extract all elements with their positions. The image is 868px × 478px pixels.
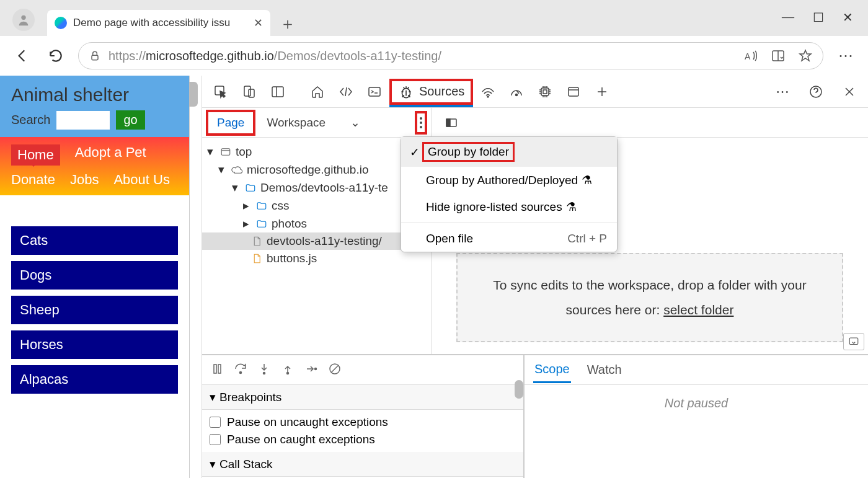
browser-tab[interactable]: Demo page with accessibility issu ✕: [47, 10, 270, 36]
tree-folder-demos[interactable]: Demos/devtools-a11y-te: [202, 179, 431, 197]
performance-tab-icon[interactable]: [503, 78, 530, 105]
category-dogs[interactable]: Dogs: [11, 261, 178, 290]
workspace-tab[interactable]: Workspace ⌄: [258, 112, 369, 133]
sources-tab[interactable]: Sources: [389, 79, 473, 105]
dock-icon[interactable]: [264, 78, 291, 105]
navigator-more-button[interactable]: [415, 111, 427, 135]
read-aloud-icon[interactable]: A: [743, 48, 758, 63]
deactivate-breakpoints-button[interactable]: [327, 361, 342, 379]
nav-adopt[interactable]: Adopt a Pet: [75, 144, 146, 166]
svg-rect-13: [541, 88, 549, 95]
search-input[interactable]: [56, 111, 110, 130]
svg-rect-9: [369, 87, 380, 96]
more-tabs-button[interactable]: [588, 78, 616, 105]
debugger-left-pane: ▾Breakpoints Pause on uncaught exception…: [202, 355, 525, 478]
tab-close-button[interactable]: ✕: [254, 16, 263, 30]
search-go-button[interactable]: go: [116, 110, 144, 130]
select-folder-link[interactable]: select folder: [663, 303, 733, 317]
nav-jobs[interactable]: Jobs: [70, 172, 99, 188]
network-tab-icon[interactable]: [474, 78, 502, 105]
pause-button[interactable]: [210, 361, 224, 379]
close-window-button[interactable]: ✕: [843, 10, 853, 25]
show-navigator-icon[interactable]: [438, 109, 465, 136]
maximize-button[interactable]: ☐: [813, 10, 824, 25]
back-button[interactable]: [11, 45, 33, 67]
minimize-button[interactable]: —: [782, 10, 794, 25]
page-tab[interactable]: Page: [206, 110, 255, 136]
toggle-drawer-icon[interactable]: [843, 333, 864, 350]
scope-tab[interactable]: Scope: [533, 357, 571, 383]
pause-caught-checkbox[interactable]: [210, 434, 221, 445]
reader-icon[interactable]: [771, 48, 786, 63]
svg-line-32: [331, 365, 339, 373]
flask-icon: ⚗: [566, 200, 577, 214]
category-list: Cats Dogs Sheep Horses Alpacas: [0, 195, 189, 394]
refresh-button[interactable]: [45, 45, 67, 67]
svg-rect-15: [569, 87, 578, 96]
console-tab-icon[interactable]: [361, 78, 388, 105]
address-bar[interactable]: https://microsoftedge.github.io/Demos/de…: [78, 42, 823, 69]
svg-point-11: [487, 96, 489, 97]
nav-about[interactable]: About Us: [113, 172, 170, 188]
step-out-button[interactable]: [280, 361, 295, 379]
profile-button[interactable]: [12, 9, 35, 31]
category-alpacas[interactable]: Alpacas: [11, 365, 178, 394]
device-icon[interactable]: [236, 78, 263, 105]
svg-rect-20: [221, 148, 230, 155]
devtools-panel: Sources ⋯ Page Workspace: [202, 76, 868, 478]
favorite-icon[interactable]: [798, 48, 813, 63]
category-horses[interactable]: Horses: [11, 330, 178, 359]
menu-hide-ignore-listed[interactable]: Hide ignore-listed sources⚗: [401, 193, 617, 220]
svg-point-28: [264, 372, 265, 374]
step-into-button[interactable]: [257, 361, 272, 379]
tree-file-html[interactable]: devtools-a11y-testing/: [202, 232, 431, 250]
debugger-right-pane: Scope Watch Not paused: [525, 355, 868, 478]
menu-group-by-authored[interactable]: Group by Authored/Deployed⚗: [401, 167, 617, 193]
workspace-drop-zone[interactable]: To sync edits to the workspace, drop a f…: [456, 253, 843, 342]
not-paused-label: Not paused: [525, 385, 868, 478]
category-cats[interactable]: Cats: [11, 226, 178, 255]
tree-host[interactable]: microsoftedge.github.io: [202, 161, 431, 179]
svg-text:A: A: [745, 51, 751, 61]
navigator-pane: Page Workspace ⌄ top microsoftedge.githu…: [202, 108, 432, 354]
tree-file-js[interactable]: buttons.js: [202, 250, 431, 267]
devtools-toolbar: Sources ⋯: [202, 76, 868, 108]
flask-icon: ⚗: [582, 173, 592, 187]
help-icon[interactable]: [802, 78, 830, 105]
welcome-tab-icon[interactable]: [304, 78, 331, 105]
svg-point-12: [516, 94, 518, 95]
pause-uncaught-checkbox[interactable]: [210, 417, 221, 428]
url-text: https://microsoftedge.github.io/Demos/de…: [108, 49, 441, 63]
pane-splitter[interactable]: [189, 76, 202, 478]
svg-rect-25: [214, 365, 216, 373]
window-controls: — ☐ ✕: [782, 10, 868, 36]
breakpoints-section[interactable]: ▾Breakpoints: [202, 385, 523, 410]
svg-rect-23: [446, 119, 450, 126]
devtools-more-icon[interactable]: ⋯: [769, 78, 796, 105]
tree-folder-css[interactable]: css: [202, 197, 431, 215]
nav-home[interactable]: Home: [11, 144, 60, 166]
memory-tab-icon[interactable]: [531, 78, 559, 105]
debugger-toolbar: [202, 355, 523, 385]
inspect-icon[interactable]: [207, 78, 234, 105]
browser-toolbar: https://microsoftedge.github.io/Demos/de…: [0, 36, 868, 76]
new-tab-button[interactable]: ＋: [275, 11, 300, 36]
menu-open-file[interactable]: Open fileCtrl + P: [401, 226, 617, 252]
menu-group-by-folder[interactable]: Group by folder: [401, 137, 617, 167]
svg-point-29: [287, 372, 289, 374]
more-button[interactable]: ⋯: [835, 45, 857, 67]
watch-tab[interactable]: Watch: [586, 358, 623, 382]
svg-rect-26: [218, 365, 221, 373]
callstack-section[interactable]: ▾Call Stack: [202, 452, 523, 477]
page-title: Animal shelter: [11, 84, 178, 105]
devtools-close-icon[interactable]: [836, 78, 863, 105]
nav-donate[interactable]: Donate: [11, 172, 55, 188]
elements-tab-icon[interactable]: [332, 78, 360, 105]
svg-rect-1: [92, 55, 98, 60]
tree-folder-photos[interactable]: photos: [202, 215, 431, 232]
application-tab-icon[interactable]: [560, 78, 587, 105]
category-sheep[interactable]: Sheep: [11, 296, 178, 324]
step-over-button[interactable]: [233, 361, 248, 379]
tree-top[interactable]: top: [202, 143, 431, 161]
step-button[interactable]: [304, 361, 319, 379]
